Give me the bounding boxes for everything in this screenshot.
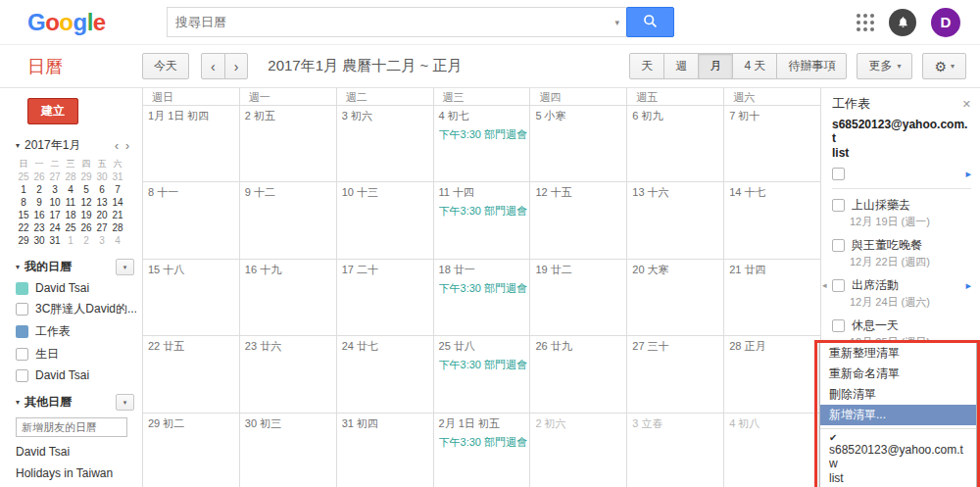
day-cell[interactable]: 13 十六 — [627, 182, 724, 258]
mini-calendar-day[interactable]: 2 — [31, 183, 47, 196]
view-button-todo[interactable]: 待辦事項 — [776, 53, 847, 79]
pane-collapse-icon[interactable]: ◂ — [822, 280, 827, 290]
day-cell[interactable]: 4 初七下午3:30 部門週會 — [434, 106, 531, 181]
day-cell[interactable]: 30 初三 — [240, 414, 337, 487]
mini-calendar-day[interactable]: 13 — [94, 196, 110, 209]
event-chip[interactable]: 下午3:30 部門週會 — [439, 358, 528, 372]
task-checkbox[interactable] — [832, 239, 845, 252]
day-cell[interactable]: 27 三十 — [627, 336, 724, 412]
day-cell[interactable]: 1月 1日 初四 — [143, 106, 240, 181]
day-cell[interactable]: 10 十三 — [337, 182, 434, 258]
search-button[interactable] — [626, 7, 674, 37]
view-button-day[interactable]: 天 — [629, 53, 664, 79]
day-cell[interactable]: 26 廿九 — [530, 336, 627, 412]
mini-calendar-day[interactable]: 25 — [63, 221, 78, 234]
view-button-month[interactable]: 月 — [698, 53, 733, 79]
day-cell[interactable]: 8 十一 — [143, 182, 240, 258]
settings-gear-button[interactable]: ⚙ ▾ — [922, 53, 966, 79]
event-chip[interactable]: 下午3:30 部門週會 — [439, 435, 528, 450]
task-checkbox[interactable] — [832, 199, 845, 212]
mini-calendar-day[interactable]: 3 — [94, 234, 110, 247]
task-item[interactable]: 出席活動▸12月 24日 (週六) — [832, 277, 971, 310]
calendar-list-item[interactable]: 工作表 — [16, 323, 136, 340]
day-cell[interactable]: 2月 1日 初五下午3:30 部門週會 — [434, 414, 531, 487]
menu-item[interactable]: 新增清單... — [820, 405, 976, 425]
task-checkbox[interactable] — [832, 279, 845, 292]
mini-calendar-day[interactable]: 30 — [94, 170, 110, 183]
mini-calendar-day[interactable]: 30 — [31, 234, 47, 247]
mini-calendar-day[interactable]: 22 — [16, 221, 31, 234]
view-button-4days[interactable]: 4 天 — [732, 53, 777, 79]
day-cell[interactable]: 29 初二 — [143, 414, 240, 487]
day-cell[interactable]: 4 初八 — [724, 414, 821, 487]
mini-calendar-day[interactable]: 27 — [47, 170, 63, 183]
select-all-checkbox[interactable] — [832, 168, 845, 180]
calendar-list-item[interactable]: 3C胖達人David的... — [16, 301, 136, 317]
calendar-color-swatch[interactable] — [16, 325, 28, 338]
today-button[interactable]: 今天 — [142, 53, 189, 79]
day-cell[interactable]: 11 十四下午3:30 部門週會 — [434, 182, 531, 258]
search-dropdown-icon[interactable]: ▾ — [608, 18, 626, 27]
mini-calendar-day[interactable]: 5 — [78, 183, 94, 196]
section-collapse-icon[interactable]: ▾ — [16, 398, 20, 407]
calendar-checkbox[interactable] — [16, 303, 28, 316]
day-cell[interactable]: 2 初六 — [530, 414, 627, 487]
mini-calendar-day[interactable]: 31 — [47, 234, 63, 247]
view-button-week[interactable]: 週 — [663, 53, 699, 79]
mini-calendar-day[interactable]: 26 — [31, 170, 47, 183]
avatar[interactable]: D — [931, 8, 960, 37]
day-cell[interactable]: 24 廿七 — [337, 336, 434, 412]
event-chip[interactable]: 下午3:30 部門週會 — [439, 204, 528, 219]
day-cell[interactable]: 21 廿四 — [724, 260, 821, 335]
mini-calendar-day[interactable]: 12 — [78, 196, 94, 209]
mini-calendar-collapse-icon[interactable]: ▾ — [16, 141, 20, 150]
mini-calendar-day[interactable]: 29 — [78, 170, 94, 183]
day-cell[interactable]: 22 廿五 — [143, 336, 240, 412]
section-dropdown-button[interactable]: ▾ — [116, 259, 134, 275]
tasks-expand-chevron-icon[interactable]: ▸ — [965, 168, 971, 180]
day-cell[interactable]: 9 十二 — [240, 182, 337, 258]
mini-calendar-day[interactable]: 4 — [63, 183, 78, 196]
mini-calendar-day[interactable]: 4 — [110, 234, 125, 247]
mini-calendar-day[interactable]: 2 — [78, 234, 94, 247]
mini-calendar-day[interactable]: 3 — [47, 183, 63, 196]
day-cell[interactable]: 2 初五 — [240, 106, 337, 181]
mini-calendar-day[interactable]: 31 — [110, 170, 125, 183]
notifications-bell-icon[interactable] — [889, 9, 916, 36]
task-checkbox[interactable] — [832, 319, 845, 332]
day-cell[interactable]: 5 小寒 — [530, 106, 627, 181]
task-item[interactable]: 上山採藥去12月 19日 (週一) — [832, 197, 971, 229]
day-cell[interactable]: 12 十五 — [530, 182, 627, 258]
mini-calendar-day[interactable]: 16 — [31, 209, 47, 221]
day-cell[interactable]: 20 大寒 — [627, 260, 724, 335]
close-icon[interactable]: ✕ — [962, 98, 971, 111]
calendar-list-item[interactable]: David Tsai — [16, 445, 136, 459]
mini-calendar-day[interactable]: 21 — [110, 209, 125, 221]
menu-item[interactable]: 刪除清單 — [820, 384, 976, 405]
day-cell[interactable]: 3 初六 — [337, 106, 434, 181]
mini-calendar-day[interactable]: 7 — [110, 183, 125, 196]
apps-grid-icon[interactable] — [857, 14, 874, 31]
mini-calendar-day[interactable]: 23 — [31, 221, 47, 234]
day-cell[interactable]: 17 二十 — [337, 260, 434, 335]
event-chip[interactable]: 下午3:30 部門週會 — [439, 127, 528, 142]
day-cell[interactable]: 3 立春 — [627, 414, 724, 487]
mini-calendar-day[interactable]: 9 — [31, 196, 47, 209]
mini-calendar-next-icon[interactable]: › — [125, 139, 129, 153]
day-cell[interactable]: 25 廿八下午3:30 部門週會 — [434, 336, 531, 412]
day-cell[interactable]: 15 十八 — [143, 260, 240, 335]
mini-calendar-day[interactable]: 10 — [47, 196, 63, 209]
mini-calendar-day[interactable]: 26 — [78, 221, 94, 234]
menu-item[interactable]: 重新整理清單 — [820, 343, 976, 364]
day-cell[interactable]: 18 廿一下午3:30 部門週會 — [434, 260, 531, 335]
mini-calendar-day[interactable]: 19 — [78, 209, 94, 221]
day-cell[interactable]: 23 廿六 — [240, 336, 337, 412]
day-cell[interactable]: 6 初九 — [627, 106, 724, 181]
calendar-checkbox[interactable] — [16, 348, 28, 361]
mini-calendar-day[interactable]: 6 — [94, 183, 110, 196]
mini-calendar-day[interactable]: 17 — [47, 209, 63, 221]
mini-calendar-day[interactable]: 20 — [94, 209, 110, 221]
mini-calendar-day[interactable]: 27 — [94, 221, 110, 234]
prev-button[interactable]: ‹ — [201, 53, 225, 79]
mini-calendar-prev-icon[interactable]: ‹ — [115, 139, 119, 153]
